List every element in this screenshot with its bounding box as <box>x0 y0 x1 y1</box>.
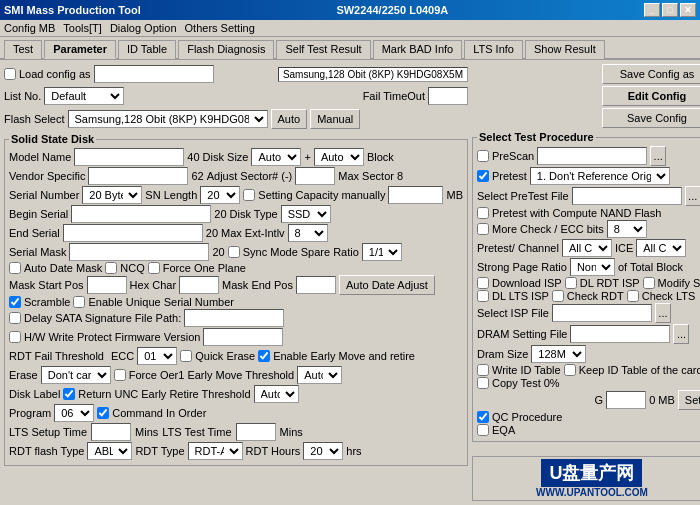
file-path-input[interactable] <box>184 309 284 327</box>
enable-unique-serial-checkbox[interactable] <box>73 296 85 308</box>
tab-id-table[interactable]: ID Table <box>118 40 176 59</box>
ncq-checkbox[interactable] <box>105 262 117 274</box>
manual-button[interactable]: Manual <box>310 109 360 129</box>
flash-select[interactable]: Samsung,128 Obit (8KP) K9HDG08X5M <box>68 110 268 128</box>
force-oer1-checkbox[interactable] <box>114 369 126 381</box>
all-ch-select[interactable]: All CH <box>562 239 612 257</box>
scramble-checkbox[interactable] <box>9 296 21 308</box>
download-isp-checkbox[interactable] <box>477 277 489 289</box>
auto-button[interactable]: Auto <box>271 109 308 129</box>
modify-sn-checkbox[interactable] <box>643 277 655 289</box>
maximize-button[interactable]: □ <box>662 3 678 17</box>
ecc-bits-select[interactable]: 8 <box>607 220 647 238</box>
serial-mask-input[interactable]: AA############## <box>69 243 209 261</box>
rdt-flash-select[interactable]: ABL <box>87 442 132 460</box>
copy-test-g-input[interactable] <box>606 391 646 409</box>
firmware-version-input[interactable] <box>203 328 283 346</box>
vendor-specific-input[interactable]: Shenzhen Netcom <box>88 167 188 185</box>
adjust-sector-input[interactable]: 0 <box>295 167 335 185</box>
disk-size-select2[interactable]: Auto <box>314 148 364 166</box>
mask-start-input[interactable]: 7 <box>87 276 127 294</box>
keep-id-table-checkbox[interactable] <box>564 364 576 376</box>
spare-ratio-select[interactable]: 1/16 <box>362 243 402 261</box>
tab-parameter[interactable]: Parameter <box>44 40 116 59</box>
return-unc-checkbox[interactable] <box>63 388 75 400</box>
setting-capacity-checkbox[interactable] <box>243 189 255 201</box>
tab-self-test-result[interactable]: Self Test Result <box>276 40 370 59</box>
dl-rdt-isp-checkbox[interactable] <box>565 277 577 289</box>
close-button[interactable]: ✕ <box>680 3 696 17</box>
dram-file-input[interactable]: E_Dram_Nynya_Hynix.bin <box>570 325 670 343</box>
pretest-compute-nand-checkbox[interactable] <box>477 207 489 219</box>
lts-setup-input[interactable]: 70 <box>91 423 131 441</box>
sn-length-select[interactable]: 20 <box>200 186 240 204</box>
save-config-as-button[interactable]: Save Config as <box>602 64 700 84</box>
serial-number-select[interactable]: 20 Bytes <box>82 186 142 204</box>
tab-lts-info[interactable]: LTS Info <box>464 40 523 59</box>
disk-size-select1[interactable]: Auto <box>251 148 301 166</box>
mask-end-input[interactable]: 10 <box>296 276 336 294</box>
auto-date-mask-checkbox[interactable] <box>9 262 21 274</box>
minimize-button[interactable]: _ <box>644 3 660 17</box>
strong-page-ratio-select[interactable]: None <box>570 258 615 276</box>
tab-mark-bad-info[interactable]: Mark BAD Info <box>373 40 463 59</box>
hex-char-input[interactable] <box>179 276 219 294</box>
pretest-select[interactable]: 1. Don't Reference Original Bad <box>530 167 670 185</box>
write-id-table-checkbox[interactable] <box>477 364 489 376</box>
delay-sata-checkbox[interactable] <box>9 312 21 324</box>
sync-mode-checkbox[interactable] <box>228 246 240 258</box>
eqa-checkbox[interactable] <box>477 424 489 436</box>
lts-test-input[interactable]: 110 <box>236 423 276 441</box>
auto-date-adjust-button[interactable]: Auto Date Adjust <box>339 275 435 295</box>
early-move-select[interactable]: Auto <box>297 366 342 384</box>
dl-lts-isp-checkbox[interactable] <box>477 290 489 302</box>
force-one-plane-checkbox[interactable] <box>148 262 160 274</box>
rdt-type-select[interactable]: RDT-A <box>188 442 243 460</box>
enable-early-move-checkbox[interactable] <box>258 350 270 362</box>
pretest-checkbox[interactable] <box>477 170 489 182</box>
isp-file-input[interactable]: ISP2250new.bin <box>552 304 652 322</box>
menu-dialog[interactable]: Dialog Option <box>110 22 177 34</box>
tab-flash-diagnosis[interactable]: Flash Diagnosis <box>178 40 274 59</box>
hw-write-protect-checkbox[interactable] <box>9 331 21 343</box>
check-rdt-checkbox[interactable] <box>552 290 564 302</box>
model-name-input[interactable]: Longsys Dreen M6 <box>74 148 184 166</box>
ecc-select[interactable]: 01 <box>137 347 177 365</box>
pretest-file-browse-button[interactable]: ... <box>685 186 700 206</box>
dram-file-browse-button[interactable]: ... <box>673 324 689 344</box>
menu-others[interactable]: Others Setting <box>185 22 255 34</box>
all-ce-select[interactable]: All CE <box>636 239 686 257</box>
list-no-select[interactable]: Default <box>44 87 124 105</box>
load-config-file[interactable] <box>94 65 214 83</box>
tab-test[interactable]: Test <box>4 40 42 59</box>
more-check-checkbox[interactable] <box>477 223 489 235</box>
prescan-browse-button[interactable]: ... <box>650 146 666 166</box>
begin-serial-input[interactable]: AA00000000000000214 <box>71 205 211 223</box>
set-button[interactable]: Set <box>678 390 700 410</box>
tab-show-result[interactable]: Show Result <box>525 40 605 59</box>
isp-file-browse-button[interactable]: ... <box>655 303 671 323</box>
max-ext-intlv-select[interactable]: 8 <box>288 224 328 242</box>
prescan-file-input[interactable]: PreScan2250.bin <box>537 147 647 165</box>
dram-size-select[interactable]: 128M <box>531 345 586 363</box>
pretest-file-input[interactable]: PTEST2250.bin <box>572 187 682 205</box>
end-serial-input[interactable]: AA39999999999999999 <box>63 224 203 242</box>
command-in-order-checkbox[interactable] <box>97 407 109 419</box>
qc-procedure-checkbox[interactable] <box>477 411 489 423</box>
menu-config-mb[interactable]: Config MB <box>4 22 55 34</box>
capacity-input[interactable]: 122071 <box>388 186 443 204</box>
program-select[interactable]: 06 <box>54 404 94 422</box>
erase-select[interactable]: Don't care <box>41 366 111 384</box>
fail-timeout-input[interactable]: 600 <box>428 87 468 105</box>
disk-type-select[interactable]: SSD <box>281 205 331 223</box>
edit-config-button[interactable]: Edit Config <box>602 86 700 106</box>
early-retire-select[interactable]: Auto <box>254 385 299 403</box>
copy-test-checkbox[interactable] <box>477 377 489 389</box>
save-config-button[interactable]: Save Config <box>602 108 700 128</box>
menu-tools[interactable]: Tools[T] <box>63 22 102 34</box>
rdt-hours-select[interactable]: 20 <box>303 442 343 460</box>
quick-erase-checkbox[interactable] <box>180 350 192 362</box>
load-config-checkbox[interactable] <box>4 68 16 80</box>
prescan-checkbox[interactable] <box>477 150 489 162</box>
check-lts-checkbox[interactable] <box>627 290 639 302</box>
